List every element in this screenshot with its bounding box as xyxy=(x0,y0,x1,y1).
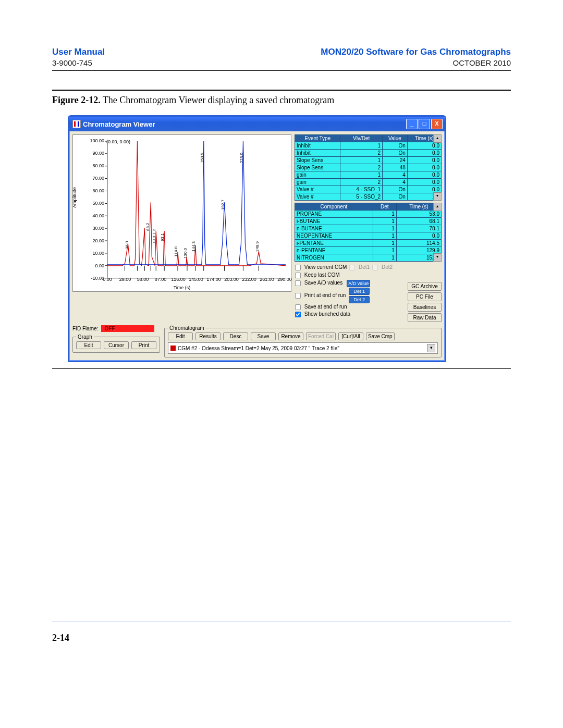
det2-checkbox: Det2 xyxy=(372,264,393,271)
table-row[interactable]: n-PENTANE1129.9 xyxy=(295,247,442,254)
events-table[interactable]: Event Type Vlv/Det Value Time (s) Inhibi… xyxy=(295,134,442,201)
table-row[interactable]: i-PENTANE1114.5 xyxy=(295,240,442,247)
table-row[interactable]: n-BUTANE178.1 xyxy=(295,225,442,232)
header-left-sub: 3-9000-745 xyxy=(52,58,105,67)
chrom-remove-button[interactable]: Remove xyxy=(278,332,303,340)
chrom-forced-cal-button: Forced Cal xyxy=(306,332,336,340)
chrom-save-button[interactable]: Save xyxy=(251,332,276,340)
table-row[interactable]: Inhibit2On0.0 xyxy=(295,150,442,157)
chrom-results-button[interactable]: Results xyxy=(195,332,221,340)
fid-flame-status: OFF xyxy=(101,325,154,332)
table-row[interactable]: Valve #5 - SSO_2On1.0 xyxy=(295,193,442,201)
table-row[interactable]: PROPANE153.0 xyxy=(295,211,442,218)
scroll-down-icon[interactable]: ▾ xyxy=(433,192,442,201)
header-rule xyxy=(52,70,511,71)
cgm-selector[interactable]: CGM #2 - Odessa Stream=1 Det=2 May 25, 2… xyxy=(168,342,438,354)
fid-flame-label: FID Flame: xyxy=(72,326,98,331)
comp-th[interactable]: Component xyxy=(295,203,373,211)
table-row[interactable]: i-BUTANE168.1 xyxy=(295,218,442,225)
header-left-title: User Manual xyxy=(52,47,105,57)
chevron-down-icon[interactable]: ▾ xyxy=(427,344,435,352)
chrom-desc-button[interactable]: Desc xyxy=(223,332,248,340)
events-th[interactable]: Event Type xyxy=(295,135,340,142)
close-button[interactable]: X xyxy=(431,119,443,129)
figure-rule-bottom xyxy=(52,368,511,369)
view-current-cgm-checkbox[interactable]: View current CGM xyxy=(295,264,347,271)
table-row[interactable]: NEOPENTANE10.0 xyxy=(295,232,442,240)
gc-archive-button[interactable]: GC Archive xyxy=(408,282,442,291)
save-ad-values-checkbox[interactable]: Save A/D values xyxy=(295,280,342,287)
events-th[interactable]: Value xyxy=(383,135,408,142)
scroll-up-icon[interactable]: ▴ xyxy=(433,203,442,211)
plot-svg xyxy=(73,135,291,291)
figure-caption-text: The Chromatogram Viewer displaying a sav… xyxy=(101,95,335,105)
minimize-button[interactable]: _ xyxy=(406,119,418,129)
events-th[interactable]: Vlv/Det xyxy=(340,135,383,142)
table-row[interactable]: Inhibit1On0.0 xyxy=(295,142,442,150)
chrom-edit-button[interactable]: Edit xyxy=(168,332,193,340)
raw-data-button[interactable]: Raw Data xyxy=(408,313,442,322)
chrom-cur-all-button[interactable]: [Cur]/All xyxy=(338,332,363,340)
det2-button[interactable]: Det 2 xyxy=(349,296,370,303)
baselines-button[interactable]: Baselines xyxy=(408,303,442,312)
figure-caption: Figure 2-12. The Chromatogram Viewer dis… xyxy=(52,95,511,106)
chromatogram-plot[interactable]: (0.00, 0.00) 100.00 90.00 80.00 70.00 60… xyxy=(72,134,291,292)
graph-cursor-button[interactable]: Cursor xyxy=(104,341,129,349)
cgm-selected-text: CGM #2 - Odessa Stream=1 Det=2 May 25, 2… xyxy=(178,346,339,351)
chromatogram-groupbox: Chromatogram Edit Results Desc Save Remo… xyxy=(164,325,442,357)
chrom-save-cmp-button[interactable]: Save Cmp xyxy=(366,332,395,340)
page-number: 2-14 xyxy=(52,633,511,644)
events-table-wrap: Event Type Vlv/Det Value Time (s) Inhibi… xyxy=(295,134,442,201)
table-row[interactable]: gain140.0 xyxy=(295,171,442,179)
table-row[interactable]: Slope Sens1240.0 xyxy=(295,157,442,164)
graph-legend: Graph xyxy=(76,334,94,340)
det1-button[interactable]: Det 1 xyxy=(349,288,370,295)
component-table-wrap: Component Det Time (s) PROPANE153.0 i-BU… xyxy=(295,203,442,262)
pc-file-button[interactable]: PC File xyxy=(408,292,442,301)
trace-color-swatch xyxy=(170,346,176,351)
graph-edit-button[interactable]: Edit xyxy=(76,341,101,349)
header-right-sub: OCTOBER 2010 xyxy=(321,58,511,67)
component-table[interactable]: Component Det Time (s) PROPANE153.0 i-BU… xyxy=(295,203,442,262)
ad-value-button[interactable]: A/D value xyxy=(347,280,370,287)
det1-checkbox: Det1 xyxy=(349,264,370,271)
print-end-run-checkbox[interactable]: Print at end of run xyxy=(295,292,346,299)
scroll-down-icon[interactable]: ▾ xyxy=(433,253,442,262)
footer-rule xyxy=(52,622,511,622)
keep-last-cgm-checkbox[interactable]: Keep last CGM xyxy=(295,272,442,279)
figure-caption-number: Figure 2-12. xyxy=(52,95,101,105)
table-row[interactable]: Valve #4 - SSO_1On0.0 xyxy=(295,186,442,193)
chromatogram-legend: Chromatogram xyxy=(168,325,206,331)
maximize-button[interactable]: □ xyxy=(419,119,430,129)
graph-groupbox: Graph Edit Cursor Print xyxy=(72,334,160,353)
chromatogram-viewer-window: Chromatogram Viewer _ □ X (0.00, 0.00) 1… xyxy=(68,115,446,362)
comp-th[interactable]: Det xyxy=(373,203,396,211)
scroll-up-icon[interactable]: ▴ xyxy=(433,134,442,143)
window-titlebar[interactable]: Chromatogram Viewer _ □ X xyxy=(69,117,445,131)
table-row[interactable]: Slope Sens2480.0 xyxy=(295,164,442,171)
table-row[interactable]: gain240.0 xyxy=(295,179,442,186)
header-right-title: MON20/20 Software for Gas Chromatographs xyxy=(321,47,511,57)
graph-print-button[interactable]: Print xyxy=(131,341,156,349)
window-title: Chromatogram Viewer xyxy=(83,120,155,128)
app-icon xyxy=(72,120,81,128)
table-row[interactable]: NITROGEN1152.7 xyxy=(295,254,442,262)
figure-rule-top xyxy=(52,90,511,91)
